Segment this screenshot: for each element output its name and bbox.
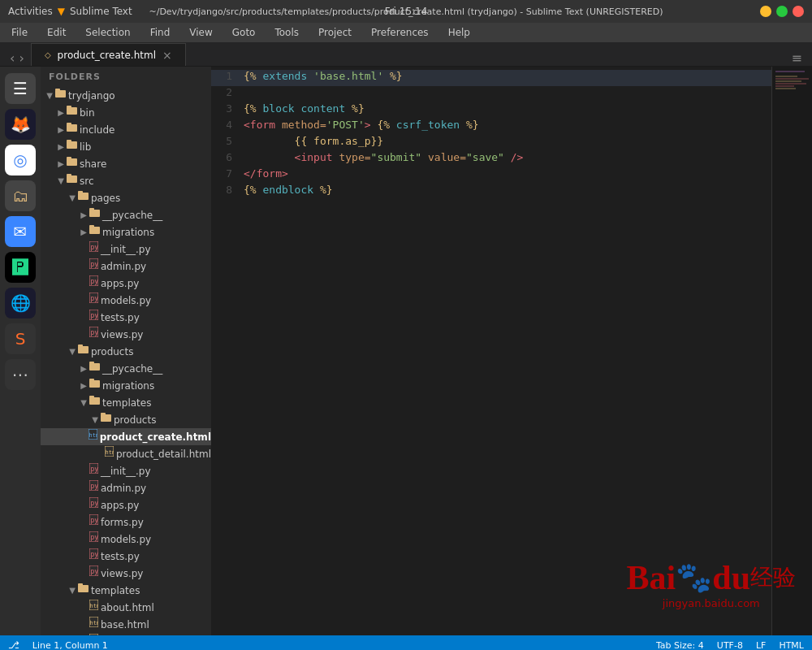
tab-icon: ◇ — [45, 50, 51, 59]
sidebar-item-products-models[interactable]: pymodels.py — [41, 531, 211, 548]
sidebar-item-products-templates[interactable]: ▼templates — [41, 394, 211, 411]
sidebar-item-products-pycache[interactable]: ▶__pycache__ — [41, 360, 211, 377]
sidebar-label-lib: lib — [80, 140, 91, 154]
activities-label[interactable]: Activities — [8, 6, 53, 17]
sidebar-item-products-apps[interactable]: pyapps.py — [41, 496, 211, 514]
svg-rect-35 — [89, 379, 94, 381]
wm-paw: 🐾 — [676, 561, 712, 595]
sidebar-item-base-html[interactable]: htmlbase.html — [41, 616, 211, 633]
sidebar-item-pages-views[interactable]: pyviews.py — [41, 326, 211, 343]
sidebar-item-products-templates-products[interactable]: ▼products — [41, 411, 211, 428]
svg-rect-31 — [78, 344, 83, 347]
menu-item-help[interactable]: Help — [443, 25, 475, 40]
tab-close-button[interactable]: × — [162, 49, 172, 62]
code-line-8[interactable]: 8{% endblock %} — [211, 184, 771, 200]
sidebar-item-products-init[interactable]: py__init__.py — [41, 462, 211, 479]
code-line-6[interactable]: 6 <input type="submit" value="save" /> — [211, 151, 771, 167]
file-encoding: UTF-8 — [717, 640, 743, 651]
code-line-2[interactable]: 2 — [211, 86, 771, 102]
sidebar-item-trydjango[interactable]: ▼trydjango — [41, 87, 211, 104]
sidebar-label-trydjango: trydjango — [68, 89, 115, 103]
sidebar-item-src[interactable]: ▼src — [41, 172, 211, 189]
sidebar-label-pages-models: models.py — [101, 293, 151, 308]
sidebar-item-pages-init[interactable]: py__init__.py — [41, 240, 211, 258]
svg-rect-33 — [89, 362, 94, 364]
sidebar-item-product-create[interactable]: htmlproduct_create.html — [41, 428, 211, 445]
sidebar-item-contact-html[interactable]: htmlcontact.html — [41, 633, 211, 635]
active-tab[interactable]: ◇ product_create.html × — [31, 43, 186, 66]
firefox-icon[interactable]: 🦊 — [5, 109, 36, 140]
menu-item-preferences[interactable]: Preferences — [366, 25, 434, 40]
sidebar-item-products-forms[interactable]: pyforms.py — [41, 514, 211, 531]
sublime-icon[interactable]: S — [5, 323, 36, 354]
email-icon[interactable]: ✉ — [5, 216, 36, 247]
cursor-position: Line 1, Column 1 — [32, 640, 108, 651]
earth-icon[interactable]: 🌐 — [5, 288, 36, 318]
sidebar-item-pages-migrations[interactable]: ▶migrations — [41, 223, 211, 240]
line-number-4: 4 — [211, 119, 240, 131]
sidebar-item-pages-tests[interactable]: pytests.py — [41, 309, 211, 326]
close-button[interactable] — [793, 6, 804, 17]
sidebar-item-pages-models[interactable]: pymodels.py — [41, 292, 211, 309]
wm-subtext: 经验 — [750, 562, 796, 593]
sidebar-label-products-pycache: __pycache__ — [102, 362, 162, 376]
sidebar-item-pages-apps[interactable]: pyapps.py — [41, 275, 211, 292]
menu-item-goto[interactable]: Goto — [227, 25, 261, 40]
svg-rect-36 — [89, 397, 100, 405]
tab-right-controls[interactable]: ≡ — [785, 50, 809, 66]
chrome-icon[interactable]: ◎ — [5, 145, 36, 176]
sidebar-item-share[interactable]: ▶share — [41, 155, 211, 172]
sidebar-item-products-tests[interactable]: pytests.py — [41, 548, 211, 565]
menu-item-find[interactable]: Find — [145, 25, 175, 40]
sidebar-item-bin[interactable]: ▶bin — [41, 104, 211, 121]
svg-rect-11 — [67, 174, 71, 176]
code-line-7[interactable]: 7</form> — [211, 167, 771, 184]
sidebar-label-include: include — [80, 123, 114, 137]
svg-text:py: py — [91, 500, 99, 507]
code-editor[interactable]: 1{% extends 'base.html' %}23{% block con… — [211, 67, 771, 635]
sidebar-item-products-views[interactable]: pyviews.py — [41, 565, 211, 582]
code-line-3[interactable]: 3{% block content %} — [211, 102, 771, 119]
svg-rect-64 — [89, 634, 98, 635]
tab-arrows[interactable]: ‹ › — [3, 50, 31, 66]
sidebar-item-pages-pycache[interactable]: ▶__pycache__ — [41, 206, 211, 223]
menu-item-tools[interactable]: Tools — [270, 25, 304, 40]
language-mode[interactable]: HTML — [779, 640, 804, 651]
sidebar-item-templates-root[interactable]: ▼templates — [41, 582, 211, 599]
svg-rect-14 — [89, 210, 100, 217]
menu-item-view[interactable]: View — [184, 25, 217, 40]
maximize-button[interactable] — [776, 6, 788, 17]
code-line-5[interactable]: 5 {{ form.as_p}} — [211, 135, 771, 151]
clock: Fri 15:14 — [385, 6, 428, 17]
sidebar-item-pages[interactable]: ▼pages — [41, 189, 211, 206]
folder-icon[interactable]: 🗂 — [5, 180, 36, 211]
menu-item-selection[interactable]: Selection — [80, 25, 135, 40]
tab-size[interactable]: Tab Size: 4 — [656, 640, 704, 651]
svg-text:py: py — [91, 329, 99, 336]
menu-item-project[interactable]: Project — [313, 25, 356, 40]
sidebar-item-products[interactable]: ▼products — [41, 343, 211, 360]
svg-text:py: py — [91, 244, 99, 251]
sidebar-label-products-models: models.py — [101, 532, 151, 547]
svg-text:py: py — [91, 295, 99, 302]
apps-icon[interactable]: ⋯ — [5, 359, 36, 390]
minimize-button[interactable] — [760, 6, 771, 17]
svg-rect-37 — [89, 396, 94, 398]
sidebar-item-product-detail[interactable]: htmlproduct_detail.html — [41, 445, 211, 462]
code-line-1[interactable]: 1{% extends 'base.html' %} — [211, 70, 771, 86]
menu-item-edit[interactable]: Edit — [42, 25, 71, 40]
sidebar-item-products-admin[interactable]: pyadmin.py — [41, 479, 211, 496]
sidebar-item-about-html[interactable]: htmlabout.html — [41, 599, 211, 616]
sidebar-item-lib[interactable]: ▶lib — [41, 138, 211, 155]
sidebar-item-include[interactable]: ▶include — [41, 121, 211, 138]
menu-item-file[interactable]: File — [6, 25, 32, 40]
statusbar: ⎇ Line 1, Column 1 Tab Size: 4 UTF-8 LF … — [0, 635, 812, 650]
main-area: ☰🦊◎🗂✉🅿🌐S⋯ FOLDERS ▼trydjango▶bin▶include… — [0, 67, 812, 635]
code-line-4[interactable]: 4<form method='POST'> {% csrf_token %} — [211, 119, 771, 135]
sidebar-label-templates-root: templates — [91, 583, 140, 598]
svg-rect-30 — [78, 346, 89, 353]
pycharm-icon[interactable]: 🅿 — [5, 252, 36, 283]
sidebar-item-products-migrations[interactable]: ▶migrations — [41, 377, 211, 394]
activities-icon[interactable]: ☰ — [5, 73, 36, 104]
sidebar-item-pages-admin[interactable]: pyadmin.py — [41, 258, 211, 275]
